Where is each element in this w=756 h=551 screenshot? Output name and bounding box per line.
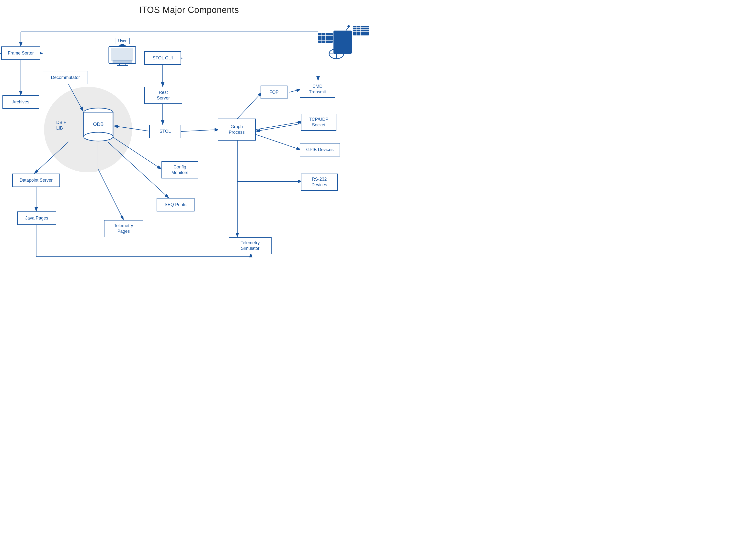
frame-sorter-box: Frame Sorter <box>1 46 40 60</box>
user-icon: User <box>108 37 137 66</box>
svg-line-13 <box>98 169 123 220</box>
stol-box: STOL <box>149 125 181 138</box>
cmd-transmit-box: CMDTransmit <box>300 81 335 98</box>
svg-text:ODB: ODB <box>93 121 103 127</box>
java-pages-box: Java Pages <box>17 211 56 225</box>
rest-server-box: RestServer <box>144 87 182 104</box>
archives-box: Archives <box>2 95 39 109</box>
stol-gui-box: STOL GUI <box>144 51 181 65</box>
svg-line-19 <box>289 89 301 92</box>
svg-line-22 <box>256 134 301 150</box>
odb-container: ODB <box>82 106 115 143</box>
rs232-devices-box: RS-232Devices <box>301 173 338 191</box>
config-monitors-box: ConfigMonitors <box>162 161 198 178</box>
satellite-icon <box>317 20 371 69</box>
datapoint-server-box: Datapoint Server <box>12 173 60 187</box>
svg-rect-52 <box>353 26 369 35</box>
telemetry-simulator-box: TelemetrySimulator <box>229 237 272 254</box>
svg-line-20 <box>256 122 302 129</box>
tcp-udp-box: TCP/UDPSocket <box>301 114 336 131</box>
user-label: User <box>115 38 130 44</box>
svg-line-10 <box>181 129 219 131</box>
svg-rect-33 <box>111 48 133 61</box>
gpib-devices-box: GPIB Devices <box>300 143 340 156</box>
svg-line-21 <box>256 123 302 131</box>
telemetry-pages-box: TelemetryPages <box>104 220 143 237</box>
svg-point-63 <box>347 25 350 28</box>
svg-line-18 <box>237 92 262 118</box>
svg-point-42 <box>84 132 113 141</box>
fop-box: FOP <box>261 86 287 99</box>
graph-process-box: GraphProcess <box>218 118 256 140</box>
dbif-lib-label: DBIFLIB <box>56 120 66 131</box>
seq-prints-box: SEQ Prints <box>157 198 195 211</box>
page-title: ITOS Major Components <box>0 0 378 15</box>
decommutator-box: Decommutator <box>43 71 88 84</box>
svg-line-14 <box>108 142 169 198</box>
svg-rect-37 <box>112 60 132 63</box>
